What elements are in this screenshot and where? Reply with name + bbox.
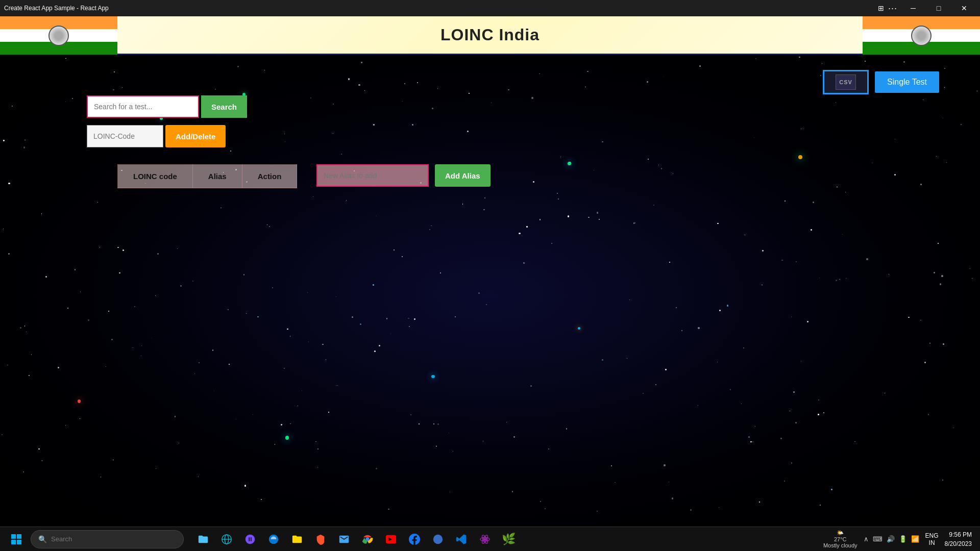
search-icon: 🔍	[38, 535, 47, 543]
flag-left	[0, 16, 117, 55]
loinc-input[interactable]	[87, 125, 163, 147]
csv-button[interactable]: CSV	[823, 70, 869, 94]
title-bar-controls: ─ □ ✕	[901, 0, 976, 16]
table-section: LOINC code Alias Action	[117, 164, 297, 188]
taskbar-left: 🔍	[0, 527, 188, 552]
loinc-table: LOINC code Alias Action	[117, 164, 297, 188]
minimize-button[interactable]: ─	[901, 0, 925, 16]
flag-white-r	[863, 29, 980, 42]
weather-desc: Mostly cloudy	[823, 542, 857, 548]
svg-point-8	[433, 534, 443, 543]
menu-dots[interactable]: ···	[888, 3, 897, 14]
clock[interactable]: 9:56 PM 8/20/2023	[945, 530, 972, 548]
taskbar-search-input[interactable]	[51, 535, 174, 543]
search-input[interactable]	[87, 95, 199, 118]
csv-icon: CSV	[836, 74, 856, 90]
svg-point-9	[483, 538, 486, 541]
taskbar-icon-youtube[interactable]	[380, 528, 402, 550]
taskbar-icon-brave[interactable]	[309, 528, 332, 550]
close-button[interactable]: ✕	[952, 0, 976, 16]
header-banner: LOINC India	[0, 16, 980, 55]
svg-point-7	[365, 537, 369, 541]
svg-rect-0	[11, 534, 16, 539]
loinc-row: Add/Delete	[87, 125, 247, 147]
taskbar-icon-edge[interactable]	[262, 528, 285, 550]
svg-rect-3	[17, 540, 21, 544]
taskbar-icon-mail[interactable]	[333, 528, 355, 550]
battery-icon[interactable]: 🔋	[899, 535, 907, 543]
alias-section: Add Alias	[316, 164, 491, 187]
network-icon[interactable]: 📶	[911, 535, 919, 543]
search-section: Search Add/Delete	[87, 95, 247, 147]
svg-rect-1	[17, 534, 21, 539]
search-button[interactable]: Search	[201, 95, 247, 118]
weather-icon: 🌤️	[837, 530, 844, 536]
taskbar-icon-explorer[interactable]	[286, 528, 308, 550]
maximize-button[interactable]: □	[927, 0, 950, 16]
taskbar-icon-chromium[interactable]	[427, 528, 449, 550]
title-bar: Create React App Sample - React App ⊞ ··…	[0, 0, 980, 16]
col-alias: Alias	[192, 165, 242, 188]
flag-right	[863, 16, 980, 55]
temperature: 27°C	[834, 536, 847, 542]
date-display: 8/20/2023	[945, 539, 972, 548]
taskbar-icon-chrome[interactable]	[356, 528, 379, 550]
system-icons: ∧ ⌨ 🔊 🔋 📶	[864, 535, 919, 543]
add-alias-button[interactable]: Add Alias	[435, 164, 491, 187]
app-title: Create React App Sample - React App	[4, 5, 109, 12]
taskbar-search-box[interactable]: 🔍	[31, 530, 184, 548]
title-bar-left: Create React App Sample - React App	[4, 5, 109, 12]
toolbar: CSV Single Test	[823, 70, 939, 94]
time-display: 9:56 PM	[945, 530, 972, 539]
windows-button[interactable]	[4, 527, 29, 552]
speaker-icon[interactable]: 🔊	[887, 535, 895, 543]
main-content: CSV Single Test Search Add/Delete LOINC …	[0, 55, 980, 493]
keyboard-icon[interactable]: ⌨	[873, 535, 883, 543]
taskbar-icon-browser[interactable]	[215, 528, 238, 550]
taskbar: 🔍	[0, 527, 980, 551]
svg-rect-2	[11, 540, 16, 544]
taskbar-icon-teams[interactable]	[239, 528, 261, 550]
weather-widget: 🌤️ 27°C Mostly cloudy	[823, 530, 857, 548]
taskbar-right: 🌤️ 27°C Mostly cloudy ∧ ⌨ 🔊 🔋 📶 ENG IN 9…	[815, 530, 980, 548]
taskbar-app-icons: 🌿	[192, 528, 520, 550]
language-region: ENG IN	[925, 532, 939, 546]
tabs-icon[interactable]: ⊞	[878, 4, 884, 12]
flag-emblem	[48, 26, 69, 46]
title-bar-extra: ⊞ ··· ─ □ ✕	[878, 0, 976, 16]
col-loinc-code: LOINC code	[118, 165, 193, 188]
chevron-up-icon[interactable]: ∧	[864, 535, 869, 543]
col-action: Action	[242, 165, 297, 188]
alias-input[interactable]	[316, 164, 429, 187]
single-test-button[interactable]: Single Test	[875, 71, 939, 93]
search-row: Search	[87, 95, 247, 118]
add-delete-button[interactable]: Add/Delete	[165, 125, 226, 147]
taskbar-icon-facebook[interactable]	[403, 528, 426, 550]
taskbar-icon-app[interactable]: 🌿	[497, 528, 520, 550]
taskbar-icon-files[interactable]	[192, 528, 214, 550]
page-title: LOINC India	[440, 26, 540, 44]
taskbar-icon-electron[interactable]	[474, 528, 496, 550]
taskbar-icon-vscode[interactable]	[450, 528, 473, 550]
flag-white	[0, 29, 117, 42]
flag-emblem-r	[911, 26, 932, 46]
